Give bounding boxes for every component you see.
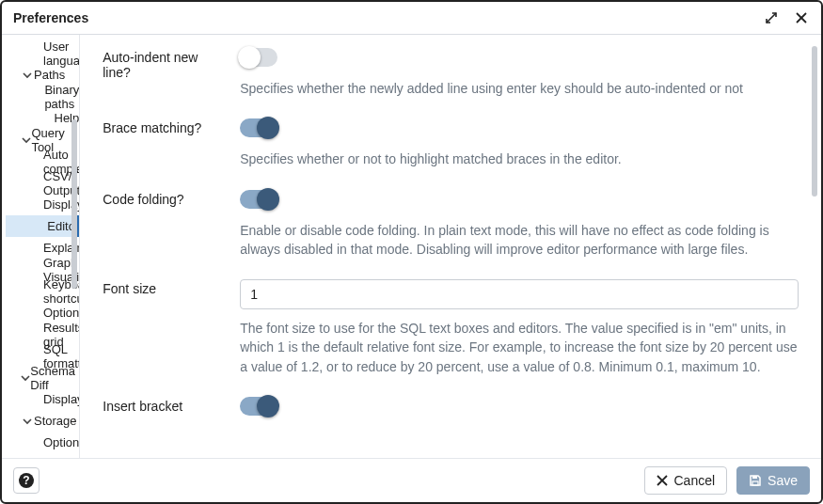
cancel-button[interactable]: Cancel [644,466,727,495]
setting-auto-indent: Auto-indent new line? Specifies whether … [103,48,799,98]
sidebar-item-binary-paths[interactable]: Binary paths [6,86,79,107]
sidebar-item-storage[interactable]: Storage [6,410,79,432]
window-title: Preferences [13,10,88,25]
brace-matching-toggle[interactable] [240,118,277,137]
preferences-window: Preferences User languagePathsBinary pat… [0,0,823,504]
auto-indent-toggle[interactable] [240,48,277,67]
code-folding-toggle[interactable] [240,190,277,209]
setting-label: Auto-indent new line? [103,48,225,98]
svg-text:?: ? [23,474,29,487]
cancel-label: Cancel [673,473,715,488]
save-icon [749,474,762,487]
sidebar-scrollbar[interactable] [71,44,77,449]
sidebar-item-label: Paths [34,68,65,82]
footer: ? Cancel Save [2,458,821,502]
insert-bracket-toggle[interactable] [240,397,277,416]
save-button[interactable]: Save [736,466,810,495]
setting-brace-matching: Brace matching? Specifies whether or not… [103,118,799,168]
setting-desc: Enable or disable code folding. In plain… [240,221,799,260]
sidebar-item-keyboard-shortcuts[interactable]: Keyboard shortcuts [6,280,79,302]
setting-code-folding: Code folding? Enable or disable code fol… [103,190,799,260]
sidebar-item-display[interactable]: Display [6,388,79,410]
setting-label: Brace matching? [103,118,225,168]
svg-rect-2 [752,476,757,479]
setting-font-size: Font size The font size to use for the S… [103,279,799,376]
titlebar: Preferences [2,2,821,35]
close-icon[interactable] [793,9,810,26]
sidebar-item-csv-txt-output[interactable]: CSV/TXT Output [6,172,79,194]
chevron-down-icon [21,373,30,383]
setting-desc: The font size to use for the SQL text bo… [240,319,799,376]
sidebar-item-display[interactable]: Display [6,194,79,215]
sidebar-item-label: Storage [34,414,77,428]
setting-label: Code folding? [103,190,225,260]
content-scrollbar[interactable] [812,46,817,447]
expand-icon[interactable] [763,9,780,26]
chevron-down-icon [21,417,34,426]
sidebar: User languagePathsBinary pathsHelpQuery … [2,35,80,458]
sidebar-item-user-language[interactable]: User language [6,42,79,64]
titlebar-actions [763,9,810,26]
help-button[interactable]: ? [13,467,40,494]
setting-insert-bracket: Insert bracket [103,397,799,418]
sidebar-item-options[interactable]: Options [6,432,79,453]
chevron-down-icon [21,135,31,145]
svg-rect-3 [752,481,758,485]
sidebar-item-schema-diff[interactable]: Schema Diff [6,367,79,388]
body: User languagePathsBinary pathsHelpQuery … [2,35,821,458]
close-icon [657,475,668,486]
setting-desc: Specifies whether the newly added line u… [240,79,799,98]
save-label: Save [768,473,798,488]
content-pane: Auto-indent new line? Specifies whether … [80,35,821,458]
sidebar-tree: User languagePathsBinary pathsHelpQuery … [2,42,79,453]
setting-label: Insert bracket [103,397,225,418]
setting-desc: Specifies whether or not to highlight ma… [240,150,799,168]
chevron-down-icon [21,71,34,80]
sidebar-item-editor[interactable]: Editor [6,215,79,237]
font-size-input[interactable] [240,279,799,309]
setting-label: Font size [103,279,225,376]
